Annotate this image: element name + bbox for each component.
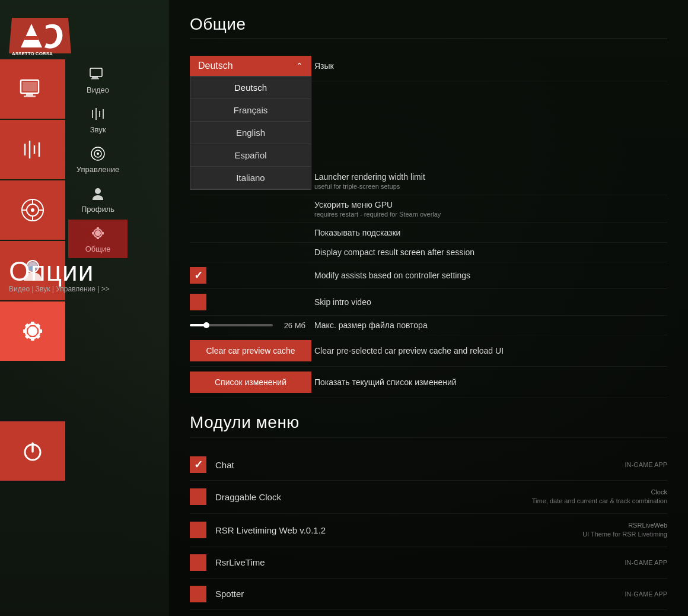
- options-breadcrumb: Видео | Звук | Управление | >>: [9, 285, 110, 293]
- replay-slider-thumb[interactable]: [203, 322, 209, 328]
- module-tag-4: IN-GAME APP: [625, 590, 667, 598]
- language-dropdown-list[interactable]: Deutsch Français English Español Italian…: [190, 76, 311, 190]
- modify-assists-label: Modify assists based on controller setti…: [314, 271, 667, 280]
- lang-option-deutsch[interactable]: Deutsch: [190, 77, 311, 99]
- lang-option-english[interactable]: English: [190, 122, 311, 144]
- subnav-profile-label: Профиль: [81, 205, 114, 214]
- svg-rect-8: [24, 96, 36, 97]
- skip-intro-label: Skip intro video: [314, 297, 667, 307]
- module-checkbox-4[interactable]: [190, 586, 206, 602]
- module-name-2: RSR Livetiming Web v.0.1.2: [215, 525, 582, 535]
- module-tag-2: RSRLiveWebUI Theme for RSR Livetiming: [582, 521, 667, 539]
- max-replay-row: 26 Мб Макс. размер файла повтора: [190, 316, 667, 335]
- subnav-audio[interactable]: Звук: [68, 100, 128, 139]
- svg-point-46: [95, 230, 101, 236]
- chevron-up-icon: ⌃: [296, 61, 303, 71]
- changelog-label: Показать текущий список изменений: [314, 377, 667, 387]
- skip-intro-row: Skip intro video: [190, 289, 667, 316]
- changelog-button[interactable]: Список изменений: [190, 371, 311, 393]
- general-divider: [190, 39, 667, 39]
- gpu-menu-row: Ускорить меню GPU requires restart - req…: [190, 195, 667, 223]
- module-row: f12014hudIN-GAME APP: [190, 610, 667, 616]
- svg-rect-6: [23, 82, 37, 91]
- module-checkbox-0[interactable]: [190, 456, 206, 473]
- language-label: Язык: [314, 61, 667, 71]
- lang-option-espanol[interactable]: Español: [190, 144, 311, 167]
- svg-point-47: [94, 229, 102, 237]
- module-checkbox-3[interactable]: [190, 554, 206, 571]
- subnav-general-label: Общие: [85, 245, 111, 253]
- svg-rect-25: [31, 322, 34, 325]
- modules-divider: [190, 437, 667, 437]
- modules-list: ChatIN-GAME APPDraggable ClockClockTime,…: [190, 449, 667, 616]
- logo-area: ASSETTO CORSA: [0, 0, 169, 65]
- svg-rect-51: [101, 232, 104, 234]
- module-row: RSR Livetiming Web v.0.1.2RSRLiveWebUI T…: [190, 514, 667, 547]
- module-name-4: Spotter: [215, 589, 625, 599]
- modify-assists-row: Modify assists based on controller setti…: [190, 262, 667, 289]
- language-dropdown-container[interactable]: Deutsch ⌃ Deutsch Français English Españ…: [190, 56, 314, 76]
- svg-rect-7: [26, 93, 33, 96]
- general-title: Общие: [190, 15, 667, 34]
- show-hints-label: Показывать подсказки: [314, 228, 667, 237]
- modules-title: Модули меню: [190, 413, 667, 432]
- module-tag-0: IN-GAME APP: [625, 461, 667, 468]
- svg-rect-27: [23, 329, 27, 333]
- module-tag-1: ClockTime, date and current car & track …: [532, 488, 667, 506]
- module-name-3: RsrLiveTime: [215, 557, 625, 567]
- nav-video-button[interactable]: [0, 59, 65, 119]
- sub-nav: Видео Звук Управление Профиль Общие: [68, 61, 128, 258]
- left-panel: ASSETTO CORSA: [0, 0, 169, 616]
- module-row: Draggable ClockClockTime, date and curre…: [190, 481, 667, 514]
- subnav-audio-label: Звук: [90, 125, 106, 134]
- replay-slider-track[interactable]: [190, 324, 273, 326]
- svg-text:ASSETTO CORSA: ASSETTO CORSA: [12, 51, 53, 56]
- lang-option-italiano[interactable]: Italiano: [190, 167, 311, 189]
- show-hints-row: Показывать подсказки: [190, 223, 667, 243]
- module-checkbox-1[interactable]: [190, 488, 206, 505]
- clear-cache-button[interactable]: Clear car preview cache: [190, 340, 311, 361]
- language-row: Deutsch ⌃ Deutsch Français English Españ…: [190, 51, 667, 81]
- svg-rect-50: [92, 232, 94, 234]
- modify-assists-checkbox[interactable]: [190, 267, 206, 284]
- changelog-control[interactable]: Список изменений: [190, 371, 314, 393]
- module-name-0: Chat: [215, 460, 625, 470]
- replay-slider-value: 26 Мб: [279, 321, 305, 330]
- main-content: Общие Deutsch ⌃ Deutsch Français: [169, 0, 688, 616]
- nav-audio-button[interactable]: [0, 120, 65, 179]
- changelog-row: Список изменений Показать текущий список…: [190, 367, 667, 398]
- modify-assists-control: [190, 267, 314, 284]
- svg-point-23: [28, 326, 37, 336]
- subnav-profile[interactable]: Профиль: [68, 180, 128, 218]
- svg-point-45: [95, 188, 101, 194]
- general-section: Общие Deutsch ⌃ Deutsch Français: [190, 15, 667, 398]
- replay-slider-container[interactable]: 26 Мб: [190, 321, 305, 330]
- subnav-controls[interactable]: Управление: [68, 140, 128, 179]
- svg-rect-26: [31, 337, 34, 341]
- compact-result-row: Display compact result screen after sess…: [190, 243, 667, 262]
- compact-result-label: Display compact result screen after sess…: [314, 247, 667, 257]
- max-replay-label: Макс. размер файла повтора: [314, 320, 667, 330]
- module-checkbox-2[interactable]: [190, 522, 206, 538]
- module-row: ChatIN-GAME APP: [190, 449, 667, 481]
- module-name-1: Draggable Clock: [215, 492, 532, 502]
- subnav-video-label: Видео: [87, 85, 109, 94]
- module-row: RsrLiveTimeIN-GAME APP: [190, 547, 667, 579]
- subnav-general[interactable]: Общие: [68, 220, 128, 258]
- launcher-rendering-label: Launcher rendering width limit useful fo…: [314, 172, 667, 190]
- nav-controls-button[interactable]: [0, 180, 65, 240]
- language-dropdown[interactable]: Deutsch ⌃: [190, 56, 311, 76]
- lang-option-francais[interactable]: Français: [190, 99, 311, 122]
- svg-rect-37: [91, 78, 99, 80]
- subnav-controls-label: Управление: [77, 165, 119, 174]
- nav-power-button[interactable]: [0, 421, 65, 481]
- svg-rect-48: [97, 227, 99, 230]
- max-replay-control[interactable]: 26 Мб: [190, 321, 314, 330]
- svg-rect-36: [92, 77, 98, 78]
- skip-intro-checkbox[interactable]: [190, 294, 206, 310]
- subnav-video[interactable]: Видео: [68, 61, 128, 99]
- clear-cache-control[interactable]: Clear car preview cache: [190, 340, 314, 361]
- assetto-corsa-logo: ASSETTO CORSA: [9, 15, 74, 56]
- nav-general-button[interactable]: [0, 301, 65, 361]
- clear-cache-label: Clear pre-selected car preview cache and…: [314, 346, 667, 355]
